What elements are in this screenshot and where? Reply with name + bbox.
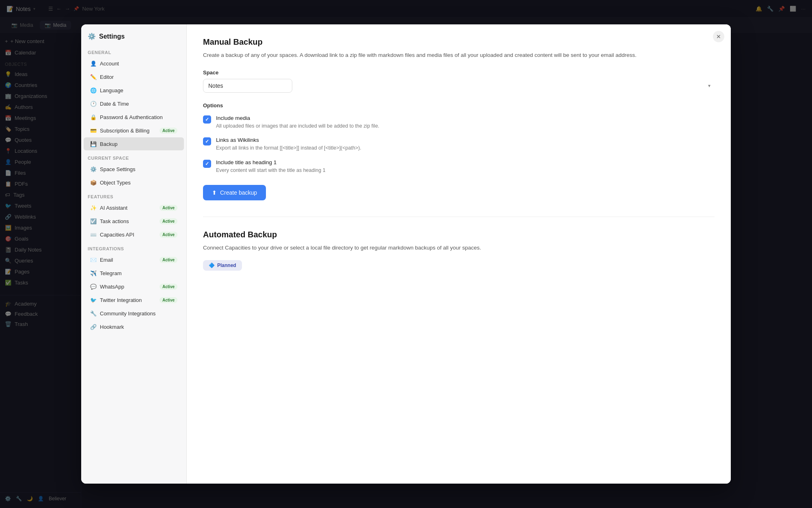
api-badge: Active	[160, 232, 177, 238]
settings-body: Manual Backup Create a backup of any of …	[187, 24, 731, 300]
heading-checkbox[interactable]	[203, 160, 211, 168]
community-icon: 🔧	[90, 310, 97, 317]
close-button[interactable]: ✕	[713, 31, 724, 42]
options-label: Options	[203, 102, 715, 109]
automated-backup-section: Automated Backup Connect Capacities to y…	[203, 230, 715, 271]
billing-badge: Active	[160, 128, 177, 134]
integrations-section-label: Integrations	[81, 241, 186, 253]
task-badge: Active	[160, 218, 177, 224]
wikilinks-title: Links as Wikilinks	[216, 137, 361, 143]
manual-backup-description: Create a backup of any of your spaces. A…	[203, 51, 715, 60]
nav-task-actions[interactable]: ☑️ Task actions Active	[84, 215, 184, 228]
nav-ai-assistant[interactable]: ✨ AI Assistant Active	[84, 201, 184, 214]
include-media-desc: All uploaded files or images that are in…	[216, 122, 379, 130]
nav-object-types[interactable]: 📦 Object Types	[84, 176, 184, 189]
nav-capacities-api[interactable]: ⌨️ Capacities API Active	[84, 228, 184, 241]
account-icon: 👤	[90, 60, 97, 67]
settings-sidebar: ⚙️ Settings General 👤 Account ✏️ Editor …	[81, 24, 187, 484]
nav-telegram[interactable]: ✈️ Telegram	[84, 267, 184, 280]
hookmark-icon: 🔗	[90, 323, 97, 330]
settings-title: ⚙️ Settings	[81, 24, 186, 45]
backup-upload-icon: ⬆	[212, 189, 217, 196]
twitter-icon: 🐦	[90, 297, 97, 303]
task-icon: ☑️	[90, 218, 97, 224]
planned-badge: 🔷 Planned	[203, 260, 242, 271]
nav-billing[interactable]: 💳 Subscription & Billing Active	[84, 124, 184, 137]
nav-backup[interactable]: 💾 Backup	[84, 137, 184, 150]
automated-backup-description: Connect Capacities to your drive or sele…	[203, 243, 715, 252]
settings-gear-icon: ⚙️	[88, 33, 96, 40]
object-types-icon: 📦	[90, 179, 97, 186]
nav-editor[interactable]: ✏️ Editor	[84, 70, 184, 83]
option-heading: Include title as heading 1 Every content…	[203, 159, 715, 174]
planned-icon: 🔷	[209, 263, 215, 268]
space-settings-icon: ⚙️	[90, 166, 97, 172]
nav-community[interactable]: 🔧 Community Integrations	[84, 307, 184, 320]
general-section-label: General	[81, 45, 186, 56]
nav-email[interactable]: ✉️ Email Active	[84, 253, 184, 266]
option-include-media: Include media All uploaded files or imag…	[203, 115, 715, 130]
space-select-wrapper: Notes Personal Work ▾	[203, 79, 715, 93]
nav-twitter[interactable]: 🐦 Twitter Integration Active	[84, 293, 184, 306]
nav-whatsapp[interactable]: 💬 WhatsApp Active	[84, 280, 184, 293]
space-select[interactable]: Notes Personal Work	[203, 79, 292, 93]
billing-icon: 💳	[90, 127, 97, 134]
ai-icon: ✨	[90, 204, 97, 211]
telegram-icon: ✈️	[90, 270, 97, 276]
email-icon: ✉️	[90, 256, 97, 263]
nav-datetime[interactable]: 🕐 Date & Time	[84, 97, 184, 110]
nav-space-settings[interactable]: ⚙️ Space Settings	[84, 163, 184, 176]
ai-badge: Active	[160, 205, 177, 211]
current-space-section-label: Current space	[81, 151, 186, 162]
datetime-icon: 🕐	[90, 100, 97, 107]
section-divider	[203, 217, 715, 217]
manual-backup-section: Manual Backup Create a backup of any of …	[203, 37, 715, 200]
nav-password[interactable]: 🔒 Password & Authentication	[84, 111, 184, 124]
space-field-label: Space	[203, 69, 715, 76]
heading-desc: Every content will start with the title …	[216, 167, 326, 174]
nav-language[interactable]: 🌐 Language	[84, 84, 184, 97]
select-arrow-icon: ▾	[708, 83, 710, 89]
wikilinks-desc: Export all links in the format [[<title>…	[216, 144, 361, 152]
include-media-checkbox[interactable]	[203, 115, 211, 124]
manual-backup-title: Manual Backup	[203, 37, 715, 47]
include-media-title: Include media	[216, 115, 379, 121]
password-icon: 🔒	[90, 114, 97, 120]
wikilinks-checkbox[interactable]	[203, 137, 211, 145]
twitter-badge: Active	[160, 297, 177, 303]
heading-title: Include title as heading 1	[216, 159, 326, 165]
api-icon: ⌨️	[90, 231, 97, 238]
editor-icon: ✏️	[90, 74, 97, 80]
nav-account[interactable]: 👤 Account	[84, 57, 184, 70]
features-section-label: Features	[81, 189, 186, 201]
option-wikilinks: Links as Wikilinks Export all links in t…	[203, 137, 715, 152]
create-backup-button[interactable]: ⬆ Create backup	[203, 185, 266, 200]
nav-hookmark[interactable]: 🔗 Hookmark	[84, 320, 184, 333]
backup-icon: 💾	[90, 141, 97, 147]
settings-modal: ⚙️ Settings General 👤 Account ✏️ Editor …	[81, 24, 731, 484]
email-badge: Active	[160, 257, 177, 263]
whatsapp-icon: 💬	[90, 283, 97, 290]
whatsapp-badge: Active	[160, 284, 177, 290]
settings-content: ✕ Manual Backup Create a backup of any o…	[187, 24, 731, 484]
language-icon: 🌐	[90, 87, 97, 93]
automated-backup-title: Automated Backup	[203, 230, 715, 239]
